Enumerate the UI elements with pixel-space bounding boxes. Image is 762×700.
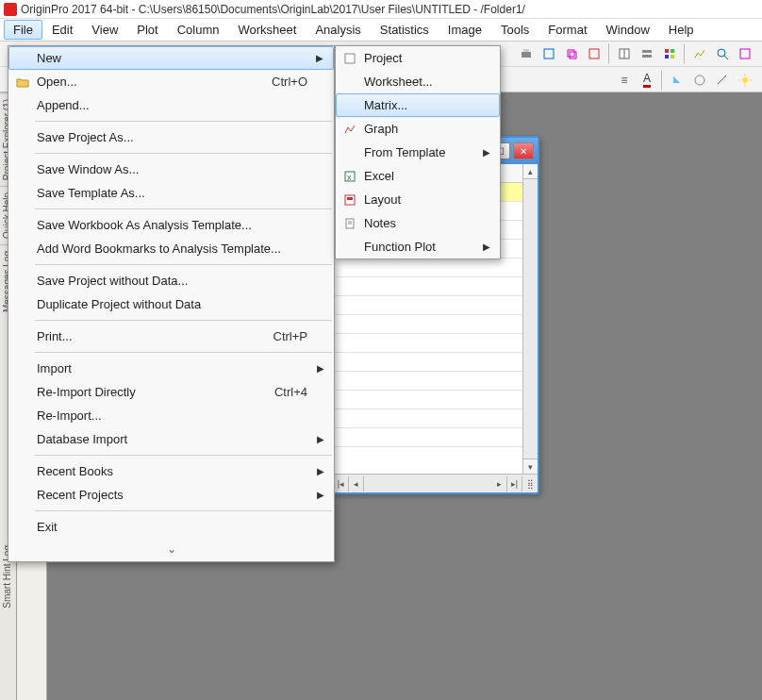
menu-open[interactable]: Open... Ctrl+O: [8, 70, 334, 93]
menu-plot[interactable]: Plot: [127, 20, 167, 40]
tool-font-color-icon[interactable]: A: [637, 70, 657, 91]
submenu-worksheet[interactable]: Worksheet...: [336, 70, 500, 93]
tool-line-color-icon[interactable]: [712, 70, 733, 91]
tool-print-icon[interactable]: [516, 43, 537, 64]
menu-label: Re-Import Directly: [37, 385, 136, 399]
menu-save-project-as[interactable]: Save Project As...: [8, 125, 334, 149]
svg-rect-10: [665, 49, 669, 53]
menu-label: Save Project without Data...: [37, 274, 188, 288]
menu-import[interactable]: Import ▶: [8, 357, 334, 380]
menu-exit[interactable]: Exit: [8, 515, 334, 539]
svg-rect-13: [671, 55, 674, 58]
menu-reimport[interactable]: Re-Import...: [8, 404, 334, 427]
table-row[interactable]: [334, 258, 522, 277]
menu-column[interactable]: Column: [168, 20, 229, 40]
menu-database-import[interactable]: Database Import ▶: [8, 427, 334, 451]
menu-file[interactable]: File: [4, 20, 42, 40]
menu-label: Layout: [364, 192, 401, 207]
tool-new-workbook-icon[interactable]: [614, 43, 635, 64]
svg-rect-4: [570, 52, 576, 58]
submenu-project[interactable]: Project: [336, 46, 500, 70]
table-row[interactable]: [334, 428, 522, 447]
scroll-last-icon[interactable]: ▸|: [507, 476, 522, 492]
tool-line-style-icon[interactable]: ≡: [614, 70, 635, 91]
scroll-up-icon[interactable]: ▴: [523, 164, 538, 179]
table-row[interactable]: [334, 409, 522, 428]
scroll-left-icon[interactable]: ◂: [349, 476, 364, 492]
tool-pattern-icon[interactable]: [689, 70, 710, 91]
table-row[interactable]: [334, 372, 522, 391]
tool-graph-type-icon[interactable]: [689, 43, 710, 64]
left-dock-bottom: Smart Hint Log: [0, 540, 17, 700]
table-row[interactable]: [334, 277, 522, 296]
table-row[interactable]: [334, 353, 522, 372]
table-row[interactable]: [334, 334, 522, 353]
submenu-excel[interactable]: x Excel: [336, 164, 500, 188]
menu-new[interactable]: New ▶: [8, 46, 334, 70]
excel-icon: x: [342, 169, 357, 184]
menu-help[interactable]: Help: [659, 20, 704, 40]
menu-separator: [35, 510, 332, 511]
menu-image[interactable]: Image: [439, 20, 491, 40]
svg-point-17: [695, 75, 704, 85]
vertical-scrollbar[interactable]: ▴ ▾: [522, 164, 538, 474]
menu-label: From Template: [364, 145, 445, 159]
menu-label: Exit: [37, 520, 58, 534]
submenu-layout[interactable]: Layout: [336, 188, 500, 211]
submenu-graph[interactable]: Graph: [336, 117, 500, 141]
menu-label: Project: [364, 51, 402, 65]
table-row[interactable]: [334, 296, 522, 315]
menu-format[interactable]: Format: [538, 20, 596, 40]
table-row[interactable]: [334, 391, 522, 409]
toolbar-separator: [661, 70, 663, 91]
svg-rect-34: [345, 54, 355, 63]
menu-worksheet[interactable]: Worksheet: [229, 20, 306, 40]
tool-fill-icon[interactable]: [667, 70, 687, 91]
menu-analysis[interactable]: Analysis: [306, 20, 370, 40]
scroll-track[interactable]: [364, 476, 492, 492]
menu-save-workbook-analysis-template[interactable]: Save Workbook As Analysis Template...: [8, 213, 334, 237]
window-title: OriginPro 2017 64-bit - C:\Users\86150\D…: [21, 3, 525, 16]
tool-refresh-icon[interactable]: [584, 43, 605, 64]
menu-duplicate-project-without-data[interactable]: Duplicate Project without Data: [8, 292, 334, 316]
horizontal-scrollbar[interactable]: |◂ ◂ ▸ ▸| ⣿: [334, 474, 538, 492]
menu-save-project-without-data[interactable]: Save Project without Data...: [8, 269, 334, 292]
menu-reimport-directly[interactable]: Re-Import Directly Ctrl+4: [8, 380, 334, 404]
tool-select-icon[interactable]: [735, 43, 755, 64]
close-button[interactable]: ✕: [513, 142, 534, 159]
submenu-notes[interactable]: Notes: [336, 211, 500, 235]
menu-save-template-as[interactable]: Save Template As...: [8, 181, 334, 205]
tool-palette-icon[interactable]: [659, 43, 680, 64]
menu-window[interactable]: Window: [597, 20, 659, 40]
menu-expand-icon[interactable]: ⌄: [8, 539, 334, 556]
menu-recent-projects[interactable]: Recent Projects ▶: [8, 483, 334, 507]
tool-zoom-icon[interactable]: [712, 43, 733, 64]
scroll-down-icon[interactable]: ▾: [523, 458, 538, 474]
submenu-matrix[interactable]: Matrix...: [336, 93, 500, 117]
menu-view[interactable]: View: [82, 20, 127, 40]
submenu-function-plot[interactable]: Function Plot ▶: [336, 235, 500, 258]
graph-icon: [342, 122, 357, 137]
tool-preview-icon[interactable]: [538, 43, 559, 64]
scroll-right-icon[interactable]: ▸: [492, 476, 507, 492]
menu-shortcut: Ctrl+P: [273, 329, 307, 343]
menu-statistics[interactable]: Statistics: [371, 20, 439, 40]
menu-tools[interactable]: Tools: [491, 20, 538, 40]
menu-recent-books[interactable]: Recent Books ▶: [8, 459, 334, 483]
tool-light-icon[interactable]: [735, 70, 755, 91]
layout-icon: [342, 192, 357, 208]
menu-save-window-as[interactable]: Save Window As...: [8, 158, 334, 181]
menu-add-word-bookmarks[interactable]: Add Word Bookmarks to Analysis Template.…: [8, 237, 334, 260]
submenu-from-template[interactable]: From Template ▶: [336, 141, 500, 164]
svg-rect-5: [589, 49, 599, 58]
submenu-arrow-icon: ▶: [317, 363, 324, 374]
tool-layers-icon[interactable]: [637, 43, 657, 64]
menu-print[interactable]: Print... Ctrl+P: [8, 325, 334, 348]
table-row[interactable]: [334, 315, 522, 334]
tool-duplicate-icon[interactable]: [561, 43, 582, 64]
menu-edit[interactable]: Edit: [42, 20, 82, 40]
menu-append[interactable]: Append...: [8, 93, 334, 117]
scroll-first-icon[interactable]: |◂: [334, 476, 349, 492]
resize-grip-icon[interactable]: ⣿: [522, 476, 538, 492]
svg-rect-0: [522, 52, 531, 58]
